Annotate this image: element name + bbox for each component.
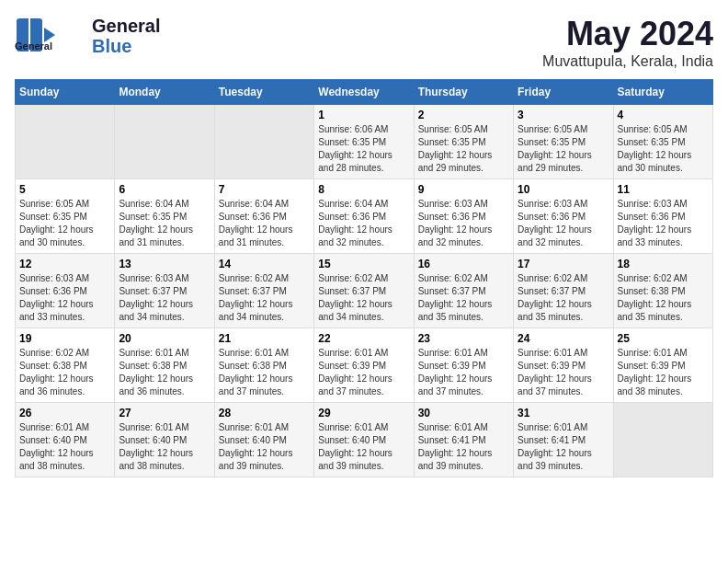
- day-number: 15: [318, 258, 409, 270]
- calendar-cell: 15Sunrise: 6:02 AM Sunset: 6:37 PM Dayli…: [314, 254, 414, 328]
- calendar-cell: 8Sunrise: 6:04 AM Sunset: 6:36 PM Daylig…: [314, 179, 414, 254]
- calendar-cell: 30Sunrise: 6:01 AM Sunset: 6:41 PM Dayli…: [414, 403, 513, 477]
- calendar-cell: 9Sunrise: 6:03 AM Sunset: 6:36 PM Daylig…: [414, 179, 513, 254]
- day-number: 11: [618, 183, 709, 196]
- calendar-cell: 28Sunrise: 6:01 AM Sunset: 6:40 PM Dayli…: [214, 403, 313, 477]
- calendar-cell: 25Sunrise: 6:01 AM Sunset: 6:39 PM Dayli…: [613, 328, 712, 403]
- calendar-cell: 3Sunrise: 6:05 AM Sunset: 6:35 PM Daylig…: [514, 105, 613, 179]
- day-info: Sunrise: 6:03 AM Sunset: 6:36 PM Dayligh…: [618, 198, 709, 249]
- calendar-cell: 1Sunrise: 6:06 AM Sunset: 6:35 PM Daylig…: [314, 105, 414, 179]
- day-info: Sunrise: 6:01 AM Sunset: 6:39 PM Dayligh…: [618, 347, 709, 398]
- calendar-cell: 20Sunrise: 6:01 AM Sunset: 6:38 PM Dayli…: [115, 328, 214, 403]
- calendar-cell: 23Sunrise: 6:01 AM Sunset: 6:39 PM Dayli…: [414, 328, 513, 403]
- day-info: Sunrise: 6:01 AM Sunset: 6:41 PM Dayligh…: [518, 421, 609, 473]
- day-number: 5: [19, 183, 110, 196]
- day-number: 7: [219, 183, 310, 196]
- calendar-cell: 18Sunrise: 6:02 AM Sunset: 6:38 PM Dayli…: [613, 254, 712, 328]
- week-row-3: 19Sunrise: 6:02 AM Sunset: 6:38 PM Dayli…: [16, 328, 713, 403]
- day-info: Sunrise: 6:01 AM Sunset: 6:39 PM Dayligh…: [418, 347, 509, 398]
- day-info: Sunrise: 6:01 AM Sunset: 6:40 PM Dayligh…: [219, 421, 310, 473]
- day-info: Sunrise: 6:04 AM Sunset: 6:36 PM Dayligh…: [219, 198, 310, 249]
- day-number: 8: [318, 183, 409, 196]
- logo-svg: General: [15, 15, 88, 56]
- calendar-cell: 13Sunrise: 6:03 AM Sunset: 6:37 PM Dayli…: [115, 254, 214, 328]
- day-number: 6: [119, 183, 210, 196]
- calendar-cell: 17Sunrise: 6:02 AM Sunset: 6:37 PM Dayli…: [514, 254, 613, 328]
- header-cell-monday: Monday: [115, 80, 214, 105]
- calendar-cell: 22Sunrise: 6:01 AM Sunset: 6:39 PM Dayli…: [314, 328, 414, 403]
- day-number: 25: [618, 332, 709, 345]
- day-info: Sunrise: 6:04 AM Sunset: 6:36 PM Dayligh…: [318, 198, 409, 249]
- day-info: Sunrise: 6:03 AM Sunset: 6:36 PM Dayligh…: [19, 272, 110, 324]
- calendar-cell: 7Sunrise: 6:04 AM Sunset: 6:36 PM Daylig…: [214, 179, 313, 254]
- day-number: 19: [19, 332, 110, 345]
- header-row: SundayMondayTuesdayWednesdayThursdayFrid…: [16, 80, 713, 105]
- logo-blue: Blue: [92, 36, 160, 56]
- day-number: 22: [318, 332, 409, 345]
- day-number: 14: [219, 258, 310, 270]
- day-info: Sunrise: 6:03 AM Sunset: 6:36 PM Dayligh…: [418, 198, 509, 249]
- calendar-cell: [16, 105, 115, 179]
- day-info: Sunrise: 6:05 AM Sunset: 6:35 PM Dayligh…: [19, 198, 110, 249]
- day-number: 12: [19, 258, 110, 270]
- day-number: 23: [418, 332, 509, 345]
- day-info: Sunrise: 6:05 AM Sunset: 6:35 PM Dayligh…: [618, 123, 709, 175]
- day-info: Sunrise: 6:01 AM Sunset: 6:40 PM Dayligh…: [318, 421, 409, 473]
- calendar-cell: 14Sunrise: 6:02 AM Sunset: 6:37 PM Dayli…: [214, 254, 313, 328]
- day-number: 13: [119, 258, 210, 270]
- calendar-cell: [613, 403, 712, 477]
- calendar-cell: 19Sunrise: 6:02 AM Sunset: 6:38 PM Dayli…: [16, 328, 115, 403]
- calendar-cell: 12Sunrise: 6:03 AM Sunset: 6:36 PM Dayli…: [16, 254, 115, 328]
- calendar-table: SundayMondayTuesdayWednesdayThursdayFrid…: [15, 79, 713, 477]
- subtitle: Muvattupula, Kerala, India: [542, 53, 713, 70]
- title-block: May 2024 Muvattupula, Kerala, India: [542, 15, 713, 70]
- day-number: 28: [219, 407, 310, 419]
- calendar-body: 1Sunrise: 6:06 AM Sunset: 6:35 PM Daylig…: [16, 105, 713, 477]
- header-cell-wednesday: Wednesday: [314, 80, 414, 105]
- week-row-1: 5Sunrise: 6:05 AM Sunset: 6:35 PM Daylig…: [16, 179, 713, 254]
- calendar-cell: 24Sunrise: 6:01 AM Sunset: 6:39 PM Dayli…: [514, 328, 613, 403]
- header-cell-saturday: Saturday: [613, 80, 712, 105]
- main-title: May 2024: [542, 15, 713, 53]
- day-number: 17: [518, 258, 609, 270]
- day-number: 30: [418, 407, 509, 419]
- day-info: Sunrise: 6:01 AM Sunset: 6:40 PM Dayligh…: [19, 421, 110, 473]
- day-info: Sunrise: 6:02 AM Sunset: 6:37 PM Dayligh…: [219, 272, 310, 324]
- calendar-cell: 2Sunrise: 6:05 AM Sunset: 6:35 PM Daylig…: [414, 105, 513, 179]
- day-number: 18: [618, 258, 709, 270]
- calendar-cell: 6Sunrise: 6:04 AM Sunset: 6:35 PM Daylig…: [115, 179, 214, 254]
- svg-text:General: General: [15, 40, 52, 52]
- week-row-0: 1Sunrise: 6:06 AM Sunset: 6:35 PM Daylig…: [16, 105, 713, 179]
- day-info: Sunrise: 6:01 AM Sunset: 6:38 PM Dayligh…: [119, 347, 210, 398]
- calendar-cell: 5Sunrise: 6:05 AM Sunset: 6:35 PM Daylig…: [16, 179, 115, 254]
- day-number: 29: [318, 407, 409, 419]
- day-info: Sunrise: 6:02 AM Sunset: 6:37 PM Dayligh…: [318, 272, 409, 324]
- day-info: Sunrise: 6:02 AM Sunset: 6:37 PM Dayligh…: [518, 272, 609, 324]
- header-cell-thursday: Thursday: [414, 80, 513, 105]
- day-info: Sunrise: 6:01 AM Sunset: 6:39 PM Dayligh…: [518, 347, 609, 398]
- calendar-cell: 21Sunrise: 6:01 AM Sunset: 6:38 PM Dayli…: [214, 328, 313, 403]
- calendar-cell: 10Sunrise: 6:03 AM Sunset: 6:36 PM Dayli…: [514, 179, 613, 254]
- calendar-cell: 27Sunrise: 6:01 AM Sunset: 6:40 PM Dayli…: [115, 403, 214, 477]
- header-cell-friday: Friday: [514, 80, 613, 105]
- day-number: 2: [418, 109, 509, 121]
- week-row-2: 12Sunrise: 6:03 AM Sunset: 6:36 PM Dayli…: [16, 254, 713, 328]
- calendar-cell: 11Sunrise: 6:03 AM Sunset: 6:36 PM Dayli…: [613, 179, 712, 254]
- calendar-cell: 26Sunrise: 6:01 AM Sunset: 6:40 PM Dayli…: [16, 403, 115, 477]
- day-number: 27: [119, 407, 210, 419]
- header-cell-tuesday: Tuesday: [214, 80, 313, 105]
- day-number: 26: [19, 407, 110, 419]
- day-info: Sunrise: 6:03 AM Sunset: 6:36 PM Dayligh…: [518, 198, 609, 249]
- logo: GeneralGeneralBlue: [15, 15, 160, 56]
- day-number: 9: [418, 183, 509, 196]
- day-info: Sunrise: 6:05 AM Sunset: 6:35 PM Dayligh…: [518, 123, 609, 175]
- day-number: 31: [518, 407, 609, 419]
- header: GeneralGeneralBlue May 2024 Muvattupula,…: [15, 15, 713, 70]
- day-info: Sunrise: 6:01 AM Sunset: 6:39 PM Dayligh…: [318, 347, 409, 398]
- day-info: Sunrise: 6:03 AM Sunset: 6:37 PM Dayligh…: [119, 272, 210, 324]
- logo-general: General: [92, 16, 160, 36]
- calendar-cell: [115, 105, 214, 179]
- calendar-header: SundayMondayTuesdayWednesdayThursdayFrid…: [16, 80, 713, 105]
- day-info: Sunrise: 6:06 AM Sunset: 6:35 PM Dayligh…: [318, 123, 409, 175]
- day-info: Sunrise: 6:04 AM Sunset: 6:35 PM Dayligh…: [119, 198, 210, 249]
